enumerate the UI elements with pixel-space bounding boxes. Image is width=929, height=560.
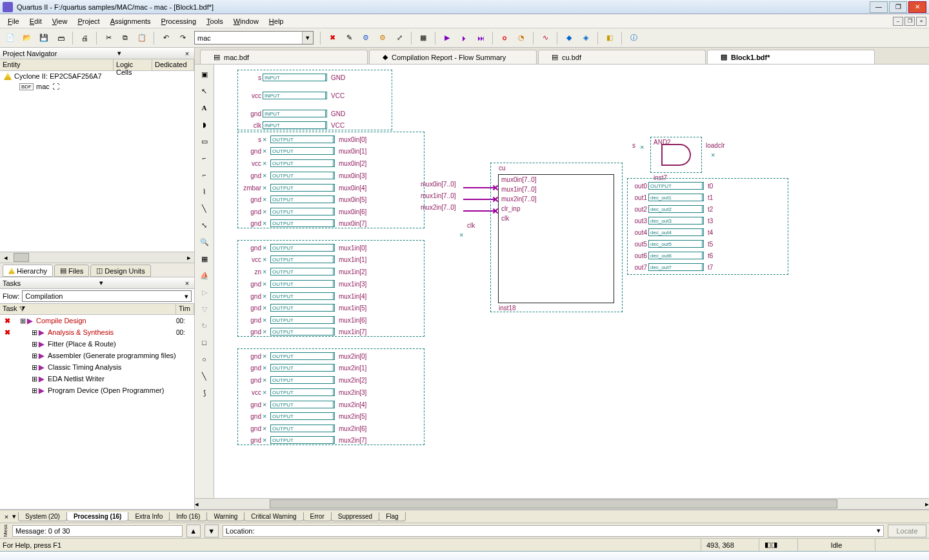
print-button[interactable]: 🖨 xyxy=(77,30,92,46)
wire-mux2in[interactable] xyxy=(463,210,495,212)
output-pin[interactable]: gnd×OUTPUTmux1in[5] xyxy=(241,302,374,314)
tab-hierarchy[interactable]: Hierarchy xyxy=(3,265,53,277)
tasks-close-icon[interactable]: × xyxy=(183,279,192,287)
close-button[interactable]: ✕ xyxy=(908,1,926,13)
canvas-hscroll[interactable]: ◂ ▸ xyxy=(195,498,929,509)
output-pin[interactable]: gnd×OUTPUTmux1in[3] xyxy=(241,278,374,290)
menu-help[interactable]: Help xyxy=(264,16,289,26)
output-pin[interactable]: gnd×OUTPUTmux1in[6] xyxy=(241,314,374,326)
messages-close-icon[interactable]: × xyxy=(3,513,10,521)
output-pin[interactable]: vcc×OUTPUTmux0in[2] xyxy=(241,157,374,169)
col-task[interactable]: Task ⧩ xyxy=(0,304,176,314)
input-pin[interactable]: clkINPUTVCC xyxy=(241,119,366,131)
output-pin[interactable]: zmbar×OUTPUTmux0in[4] xyxy=(241,182,374,194)
tab-design-units[interactable]: ◫Design Units xyxy=(90,265,150,277)
zoom-tool-icon[interactable]: 🔍 xyxy=(197,235,212,249)
messages-tab[interactable]: Warning xyxy=(206,512,245,521)
output-pin[interactable]: gnd×OUTPUTmux2in[4] xyxy=(241,399,374,410)
location-box[interactable]: Location: ▾ xyxy=(223,525,884,537)
task-row[interactable]: ⊞▶EDA Netlist Writer xyxy=(0,373,194,385)
messages-tab[interactable]: Critical Warning xyxy=(244,512,303,521)
task-row[interactable]: ⊞▶Assembler (Generate programming files) xyxy=(0,350,194,361)
output-group-mux2[interactable]: gnd×OUTPUTmux2in[0]gnd×OUTPUTmux2in[1]gn… xyxy=(237,348,425,445)
tasks-tree[interactable]: ✖⊞▶Compile Design00:✖⊞▶Analysis & Synthe… xyxy=(0,315,194,509)
task-row[interactable]: ✖⊞▶Analysis & Synthesis00: xyxy=(0,326,194,338)
output-group-mux0[interactable]: s×OUTPUTmux0in[0]gnd×OUTPUTmux0in[1]vcc×… xyxy=(237,132,425,228)
doc-tab[interactable]: ▤cu.bdf xyxy=(538,50,706,64)
text-tool-icon[interactable]: A xyxy=(197,101,212,115)
input-pin[interactable]: gndINPUTGND xyxy=(241,108,366,119)
decoder-output-pin[interactable]: out6dec_out6t6 xyxy=(630,250,719,261)
and2-gate[interactable]: AND2 inst7 xyxy=(650,137,702,173)
entity-input[interactable] xyxy=(195,32,302,44)
open-file-button[interactable]: 📂 xyxy=(19,30,35,46)
minimize-button[interactable]: — xyxy=(870,1,888,13)
panel-dropdown-icon[interactable]: ▾ xyxy=(117,49,121,57)
timer-icon[interactable]: ◔ xyxy=(514,30,529,46)
output-pin[interactable]: gnd×OUTPUTmux0in[1] xyxy=(241,145,374,157)
messages-tab[interactable]: Flag xyxy=(379,512,405,521)
menu-processing[interactable]: Processing xyxy=(156,16,201,26)
locate-button[interactable]: Locate xyxy=(888,525,926,537)
help-button[interactable]: ⓘ xyxy=(626,30,641,46)
save-button[interactable]: 💾 xyxy=(36,30,52,46)
tasks-dropdown-icon[interactable]: ▾ xyxy=(99,279,103,287)
wire-mux1in[interactable] xyxy=(463,199,495,200)
chevron-down-icon[interactable]: ▾ xyxy=(185,292,188,301)
wire-mux0in[interactable] xyxy=(463,187,495,188)
os-taskbar[interactable] xyxy=(0,551,929,560)
flip-h-icon[interactable]: ▷ xyxy=(197,285,212,299)
stop-circle-icon[interactable]: ⭘ xyxy=(497,30,512,46)
chevron-down-icon[interactable]: ▾ xyxy=(302,32,313,44)
output-pin[interactable]: gnd×OUTPUTmux1in[0] xyxy=(241,242,374,254)
scroll-thumb[interactable] xyxy=(14,253,29,262)
wave-icon[interactable]: ∿ xyxy=(537,30,553,46)
output-pin[interactable]: zn×OUTPUTmux1in[2] xyxy=(241,266,374,277)
partial-line-icon[interactable]: ⤡ xyxy=(197,218,212,232)
undo-button[interactable]: ↶ xyxy=(158,30,174,46)
output-pin[interactable]: gnd×OUTPUTmux2in[6] xyxy=(241,423,374,434)
pencil-icon[interactable]: ✎ xyxy=(341,30,357,46)
schematic-canvas[interactable]: sINPUTGNDvccINPUTVCCgndINPUTGNDclkINPUTV… xyxy=(214,65,929,498)
output-pin[interactable]: gnd×OUTPUTmux2in[1] xyxy=(241,362,374,374)
menu-edit[interactable]: Edit xyxy=(25,16,47,26)
mdi-restore-button[interactable]: ❐ xyxy=(904,17,915,26)
flow-select[interactable]: Compilation ▾ xyxy=(22,290,192,302)
scroll-left-icon[interactable]: ◂ xyxy=(0,252,11,263)
task-row[interactable]: ✖⊞▶Compile Design00: xyxy=(0,315,194,326)
rect-tool-icon[interactable]: ▭ xyxy=(197,134,212,148)
oval-shape-icon[interactable]: ○ xyxy=(197,352,212,366)
col-time[interactable]: Tim xyxy=(176,304,194,314)
task-row[interactable]: ⊞▶Classic Timing Analysis xyxy=(0,361,194,373)
messages-tab[interactable]: Suppressed xyxy=(331,512,379,521)
diag-tool-icon[interactable]: ╲ xyxy=(197,201,212,215)
col-logic-cells[interactable]: Logic Cells xyxy=(114,59,152,70)
entity-combobox[interactable]: ▾ xyxy=(194,31,314,45)
scroll-right-icon[interactable]: ▸ xyxy=(183,252,194,263)
doc-tab[interactable]: ▤Block1.bdf* xyxy=(707,50,875,64)
play-forward-icon[interactable]: ⏵ xyxy=(456,30,472,46)
output-pin[interactable]: gnd×OUTPUTmux2in[5] xyxy=(241,410,374,422)
cut-button[interactable]: ✂ xyxy=(101,30,116,46)
messages-tab[interactable]: Error xyxy=(303,512,332,521)
new-file-button[interactable]: 📄 xyxy=(3,30,18,46)
output-pin[interactable]: gnd×OUTPUTmux0in[3] xyxy=(241,170,374,181)
messages-tab[interactable]: Info (16) xyxy=(169,512,207,521)
line-shape-icon[interactable]: ╲ xyxy=(197,369,212,383)
output-pin[interactable]: gnd×OUTPUTmux2in[0] xyxy=(241,350,374,362)
mdi-minimize-button[interactable]: – xyxy=(893,17,903,26)
bus-tool-icon[interactable]: ⌐ xyxy=(197,168,212,182)
decoder-output-pin[interactable]: out3dec_out3t3 xyxy=(630,215,719,226)
output-pin[interactable]: gnd×OUTPUTmux2in[7] xyxy=(241,434,374,446)
messages-pin-icon[interactable]: ▾ xyxy=(10,512,18,521)
task-row[interactable]: ⊞▶Fitter (Place & Route) xyxy=(0,338,194,350)
find-tool-icon[interactable]: ⛵ xyxy=(197,268,212,283)
rect-shape-icon[interactable]: □ xyxy=(197,335,212,350)
task-row[interactable]: ⊞▶Program Device (Open Programmer) xyxy=(0,385,194,396)
doc-tab[interactable]: ▤mac.bdf xyxy=(200,50,368,64)
input-pin[interactable]: vccINPUTVCC xyxy=(241,90,366,101)
wire-tool-icon[interactable]: ⌐ xyxy=(197,151,212,165)
chevron-down-icon[interactable]: ▾ xyxy=(877,526,881,535)
conduit-tool-icon[interactable]: ⌇ xyxy=(197,185,212,199)
flip-v-icon[interactable]: ▽ xyxy=(197,302,212,316)
